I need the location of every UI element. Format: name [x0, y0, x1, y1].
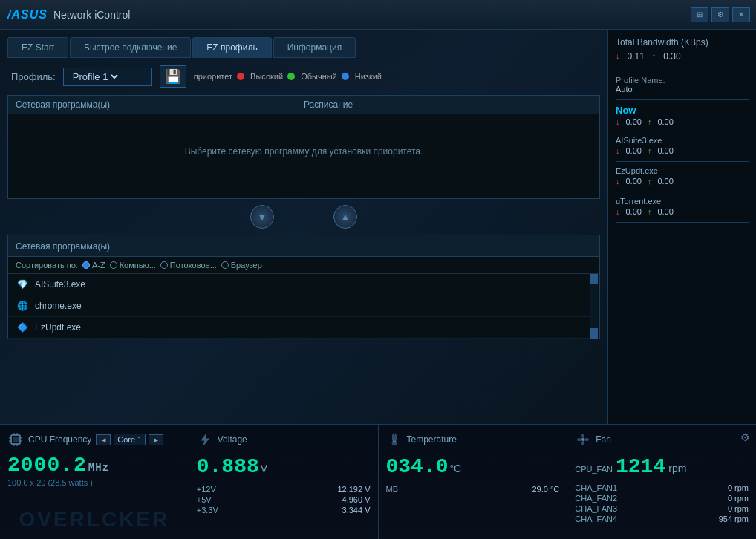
app-icon-aisuite: 💎	[16, 278, 29, 291]
app-list-scrollbar[interactable]	[590, 274, 598, 339]
svg-point-18	[577, 438, 581, 441]
svg-point-12	[392, 441, 397, 445]
app-name-chrome: chrome.exe	[35, 301, 82, 311]
fan-header: Fan	[575, 431, 749, 448]
temp-row-mb: MB 29.0 °C	[386, 484, 560, 494]
temperature-section: Temperature 034.0 °C MB 29.0 °C	[379, 425, 568, 539]
divider-4	[616, 161, 749, 162]
cpu-freq-icon	[7, 431, 24, 448]
process-ezupdt-values: ↓ 0.00 ↑ 0.00	[616, 177, 749, 186]
app-icon-chrome: 🌐	[16, 299, 29, 313]
priority-normal-label: Обычный	[301, 72, 337, 81]
app-icon-ezupdt: 🔷	[16, 321, 29, 334]
core-prev-button[interactable]: ◄	[96, 434, 111, 445]
temperature-icon	[386, 431, 403, 448]
watermark: OVERLCKER	[19, 508, 169, 532]
cpu-freq-unit: MHz	[88, 462, 109, 474]
divider-1	[616, 71, 749, 71]
save-profile-button[interactable]: 💾	[160, 65, 186, 88]
bandwidth-values: ↓ 0.11 ↑ 0.30	[616, 51, 749, 62]
now-up-value: 0.00	[657, 117, 673, 126]
process-utorrent-name: uTorrent.exe	[616, 197, 749, 206]
cpu-fan-unit: rpm	[668, 463, 686, 474]
network-table: Сетевая программа(ы) Расписание Выберите…	[7, 95, 600, 199]
priority-normal-dot	[287, 73, 295, 80]
fan-section: Fan CPU_FAN 1214 rpm CHA_FAN1 0 rpm CHA_…	[567, 425, 756, 539]
svg-point-17	[581, 441, 584, 445]
tab-info[interactable]: Информация	[273, 37, 356, 58]
fan-settings-button[interactable]: ⚙	[740, 431, 750, 443]
network-table-empty: Выберите сетевую программу для установки…	[8, 114, 599, 189]
fan-row-cha1: CHA_FAN1 0 rpm	[575, 483, 749, 493]
priority-low-label: Низкий	[355, 72, 382, 81]
priority-high-label: Высокий	[250, 72, 283, 81]
list-item[interactable]: 🔷 EzUpdt.exe	[8, 317, 599, 339]
filter-browser-radio	[221, 261, 229, 269]
process-ezupdt-name: EzUpdt.exe	[616, 166, 749, 175]
bw-down-arrow: ↓	[616, 51, 620, 62]
filter-streaming-radio	[160, 261, 168, 269]
fan-row-cha3: CHA_FAN3 0 rpm	[575, 503, 749, 514]
divider-6	[616, 222, 749, 223]
app-list-items: 💎 AISuite3.exe 🌐 chrome.exe 🔷 EzUpdt.exe	[8, 274, 599, 339]
svg-point-14	[581, 438, 584, 441]
grid-button[interactable]: ⊞	[691, 7, 708, 22]
filter-az[interactable]: A-Z	[82, 261, 105, 270]
tab-ez-profile[interactable]: EZ профиль	[192, 37, 271, 58]
app-list-header: Сетевая программа(ы)	[8, 235, 599, 257]
fan-rows: CHA_FAN1 0 rpm CHA_FAN2 0 rpm CHA_FAN3 0…	[575, 483, 749, 524]
tab-ez-start[interactable]: EZ Start	[7, 37, 68, 58]
process-utorrent: uTorrent.exe ↓ 0.00 ↑ 0.00	[616, 197, 749, 216]
bottom-bar: CPU Frequency ◄ Core 1 ► 2000.2MHz 100.0…	[0, 424, 756, 539]
cpu-temp-value: 034.0	[386, 455, 449, 478]
svg-marker-10	[201, 434, 209, 445]
filter-browser[interactable]: Браузер	[221, 261, 262, 270]
col-schedule: Расписание	[304, 99, 592, 110]
scrollbar-thumb-bottom[interactable]	[590, 328, 598, 339]
filter-computer[interactable]: Компью...	[110, 261, 156, 270]
app-logo: /ASUS Network iControl	[0, 8, 130, 22]
svg-point-16	[584, 438, 589, 441]
profile-name-section: Profile Name: Auto	[616, 76, 749, 94]
arrow-down-button[interactable]: ▼	[250, 205, 274, 229]
close-button[interactable]: ✕	[732, 7, 750, 22]
settings-button[interactable]: ⚙	[711, 7, 729, 22]
now-up-arrow: ↑	[648, 117, 652, 126]
tab-quick-connect[interactable]: Быстрое подключение	[70, 37, 191, 58]
filter-streaming[interactable]: Потоковое...	[160, 261, 217, 270]
network-table-header: Сетевая программа(ы) Расписание	[8, 96, 599, 114]
voltage-rows: +12V 12.192 V +5V 4.960 V +3.3V 3.344 V	[197, 484, 371, 515]
cpu-freq-header: CPU Frequency ◄ Core 1 ►	[7, 431, 181, 448]
now-values: ↓ 0.00 ↑ 0.00	[616, 117, 749, 126]
left-panel: EZ Start Быстрое подключение EZ профиль …	[0, 30, 607, 424]
svg-point-15	[581, 434, 584, 438]
cpu-voltage-value: 0.888	[197, 455, 259, 478]
bw-up-arrow: ↑	[652, 51, 656, 62]
arrow-up-button[interactable]: ▲	[333, 205, 357, 229]
window-controls: ⊞ ⚙ ✕	[691, 7, 756, 22]
list-item[interactable]: 💎 AISuite3.exe	[8, 274, 599, 295]
list-item[interactable]: 🌐 chrome.exe	[8, 295, 599, 317]
core-label: Core 1	[114, 434, 146, 445]
tab-bar: EZ Start Быстрое подключение EZ профиль …	[7, 37, 600, 58]
right-panel: Total Bandwidth (KBps) ↓ 0.11 ↑ 0.30 Pro…	[607, 30, 756, 424]
profile-dropdown[interactable]: Profile 1 Profile 2 Auto	[70, 71, 120, 83]
core-nav: ◄ Core 1 ►	[96, 434, 163, 445]
cpu-freq-section: CPU Frequency ◄ Core 1 ► 2000.2MHz 100.0…	[0, 425, 189, 539]
profile-row: Профиль: Profile 1 Profile 2 Auto 💾 прио…	[7, 65, 600, 88]
voltage-icon	[197, 431, 213, 448]
scrollbar-thumb-top[interactable]	[590, 274, 598, 284]
filter-az-radio	[82, 261, 90, 269]
profile-select-wrapper[interactable]: Profile 1 Profile 2 Auto	[63, 68, 152, 86]
profile-name-label: Profile Name:	[616, 76, 749, 85]
filter-computer-radio	[110, 261, 117, 269]
divider-2	[616, 99, 749, 100]
now-down-value: 0.00	[626, 117, 642, 126]
process-utorrent-values: ↓ 0.00 ↑ 0.00	[616, 207, 749, 216]
fan-row-cha2: CHA_FAN2 0 rpm	[575, 493, 749, 503]
core-next-button[interactable]: ►	[149, 434, 163, 445]
svg-rect-1	[13, 437, 19, 442]
temp-rows: MB 29.0 °C	[386, 484, 560, 494]
cpu-fan-value: 1214	[616, 455, 665, 478]
cpu-fan-label: CPU_FAN	[575, 465, 613, 474]
